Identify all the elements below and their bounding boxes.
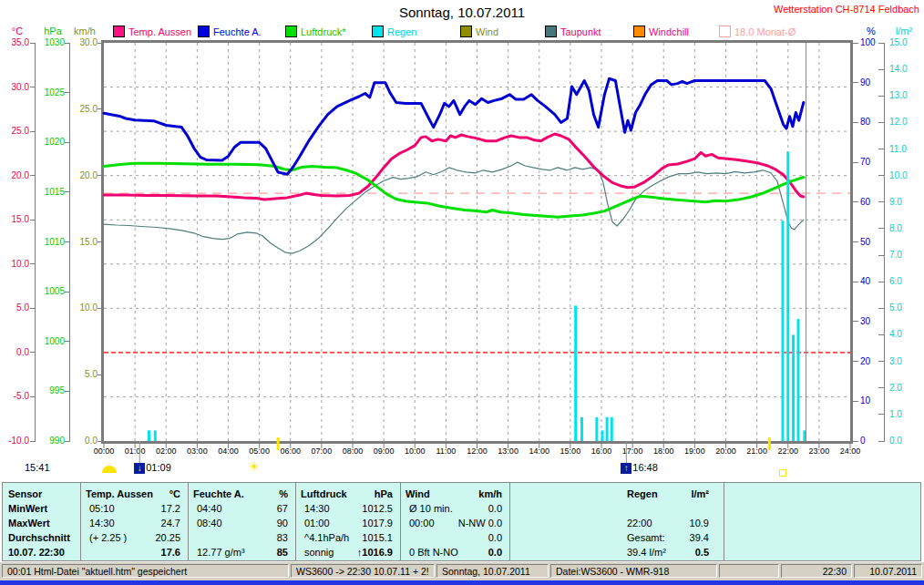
status-panel-1: WS3600 -> 22:30 10.07.11 + 2! [291, 564, 435, 578]
feuchte-a-curve [104, 78, 804, 174]
column-unit: °C [80, 488, 180, 500]
cell-value: 1012.5 [295, 502, 393, 515]
rain-bar [786, 151, 789, 441]
cell-value: 17.2 [80, 502, 180, 515]
cell-value: 90 [188, 517, 288, 529]
bottom-window-edge [0, 580, 924, 585]
luftdruck-curve [104, 163, 804, 217]
cell-value: 0.0 [400, 502, 502, 515]
cell-value: 24.7 [80, 517, 180, 529]
cell-value: 67 [188, 502, 288, 515]
rain-bar [574, 305, 577, 441]
row-label: 10.07. 22:30 [8, 546, 77, 559]
sun-tick [768, 437, 771, 450]
cell-value: 0.0 [400, 546, 502, 559]
row-label: Sensor [8, 488, 77, 500]
cell-value: 20.25 [80, 531, 180, 544]
row-label: MinWert [8, 502, 77, 515]
sun-tick [277, 437, 280, 450]
rain-bar [792, 334, 795, 441]
rain-bar [611, 417, 613, 441]
rain-bar [154, 430, 157, 441]
column-unit: % [188, 488, 288, 500]
arrow-up-icon: ↑ [621, 463, 631, 474]
bottom-left-time: 15:41 [25, 462, 50, 473]
cell-value: 83 [188, 531, 288, 544]
row-label: MaxWert [8, 517, 77, 529]
cell-value: 1015.1 [295, 531, 393, 544]
column-unit: hPa [295, 488, 393, 500]
status-panel-6: 10.07.2011 [854, 564, 922, 578]
temp-aussen-curve [104, 134, 804, 200]
weather-app-window: Sonntag, 10.07.2011 Wetterstation CH-871… [0, 0, 924, 585]
cell-value: 0.5 [509, 546, 709, 559]
status-panel-3: Datei:WS3600 - WMR-918 [550, 564, 717, 578]
rain-bar [148, 430, 150, 441]
cell-value: 39.4 [509, 531, 709, 544]
column-unit: km/h [400, 488, 502, 500]
status-panel-4 [719, 564, 779, 578]
rain-bar [595, 417, 598, 441]
row-label: Durchschnitt [8, 531, 77, 544]
rain-bar [797, 319, 800, 441]
time-marker-up-label: 16:48 [632, 462, 658, 473]
column-unit: l/m² [509, 488, 709, 500]
rain-bar [781, 221, 784, 441]
cell-value: N-NW 0.0 [400, 517, 502, 529]
sensor-summary-table: SensorMinWertMaxWertDurchschnitt10.07. 2… [2, 482, 921, 561]
rain-bar [606, 417, 609, 441]
arrow-down-icon: ↓ [134, 463, 145, 474]
cell-value: 17.6 [80, 546, 180, 559]
cell-value: 10.9 [509, 517, 709, 529]
cell-value: 0.0 [400, 531, 502, 544]
rain-bar [580, 417, 583, 441]
status-panel-0: 00:01 Html-Datei "aktuell.htm" gespeiche… [2, 564, 289, 578]
cell-value: ↑1016.9 [295, 546, 393, 559]
status-bar: 00:01 Html-Datei "aktuell.htm" gespeiche… [0, 562, 924, 580]
time-marker-down-label: 01:09 [146, 462, 171, 473]
status-panel-5: 22:30 [781, 564, 852, 578]
sunset-square-icon [779, 469, 786, 477]
rain-bar [803, 430, 806, 441]
sun-icon: ☀ [249, 460, 261, 473]
cell-value: 85 [188, 546, 288, 559]
cell-value: 1017.9 [295, 517, 393, 529]
rain-bar [601, 430, 604, 441]
status-panel-2: Sonntag, 10.07.2011 [436, 564, 549, 578]
